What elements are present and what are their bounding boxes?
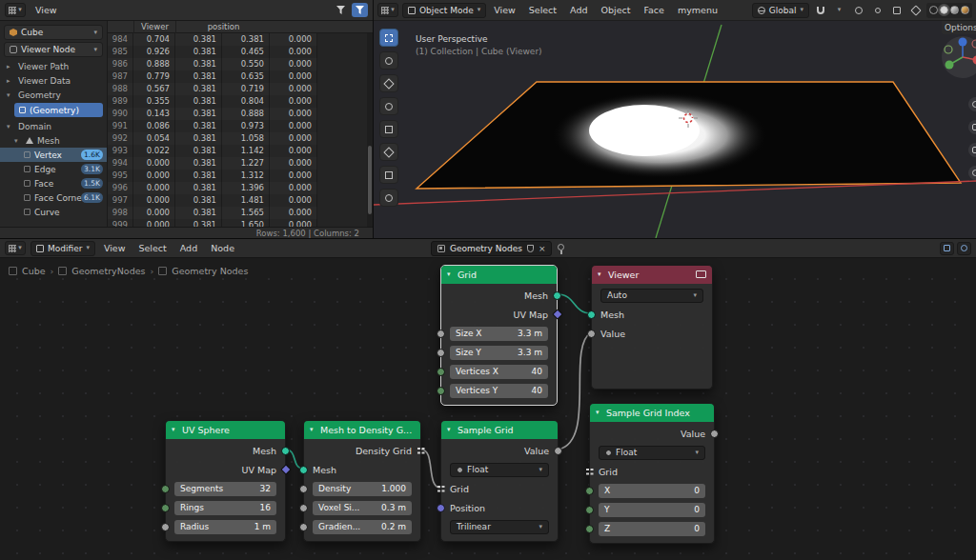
collapse-chevron-icon[interactable]: ▾ — [310, 421, 314, 439]
input-socket-int[interactable] — [437, 368, 445, 376]
menu-mymenu[interactable]: mymenu — [671, 5, 724, 15]
shading-material-icon[interactable] — [950, 6, 959, 14]
tool-move[interactable] — [379, 74, 398, 92]
tool-cursor[interactable] — [379, 51, 398, 70]
output-socket-grid[interactable] — [417, 447, 425, 455]
collapse-chevron-icon[interactable]: ▾ — [596, 404, 600, 422]
sidebar-item-viewer-path[interactable]: ▸Viewer Path — [0, 59, 107, 73]
transform-orientation-dropdown[interactable]: Global ▾ — [752, 3, 809, 18]
shading-wireframe-icon[interactable] — [929, 6, 938, 14]
input-socket-int[interactable] — [585, 487, 594, 495]
output-socket-float[interactable] — [710, 430, 719, 438]
sidebar-section-geometry[interactable]: ▾Geometry — [0, 88, 107, 102]
input-socket-int[interactable] — [161, 504, 170, 512]
input-socket-int[interactable] — [585, 506, 594, 514]
field-density[interactable]: Density1.000 — [313, 482, 412, 496]
breadcrumb-item-geometry-nodes[interactable]: Geometry Nodes — [172, 266, 248, 276]
xray-toggle-icon[interactable] — [907, 3, 924, 17]
pan-hand-icon[interactable] — [968, 120, 976, 134]
camera-view-icon[interactable] — [968, 143, 976, 157]
input-socket-float[interactable] — [437, 330, 445, 338]
proportional-edit-icon[interactable] — [850, 3, 866, 17]
field-rings[interactable]: Rings16 — [174, 501, 276, 515]
zoom-icon[interactable] — [968, 97, 976, 111]
context-selector-dropdown[interactable]: Modifier ▾ — [30, 241, 95, 256]
unlink-icon[interactable]: × — [539, 245, 546, 253]
output-socket-geometry[interactable] — [553, 291, 561, 300]
table-row[interactable]: 9940.0000.3811.2270.000 — [108, 157, 317, 170]
table-row[interactable]: 9870.7790.3810.6350.000 — [108, 70, 317, 83]
domain-row-face-corner[interactable]: Face Corner6.1K — [0, 190, 107, 205]
domain-row-vertex[interactable]: Vertex1.6K — [0, 148, 107, 162]
options-dropdown[interactable]: Options ▾ — [942, 21, 976, 34]
input-socket-float[interactable] — [437, 349, 445, 357]
scrollbar-thumb[interactable] — [368, 146, 372, 214]
input-socket-int[interactable] — [585, 525, 594, 533]
input-socket-int[interactable] — [161, 485, 170, 493]
table-row[interactable]: 9890.3550.3810.8040.000 — [108, 95, 317, 108]
toggle-perspective-icon[interactable] — [968, 166, 976, 180]
node-tree-selector[interactable]: Geometry Nodes × — [431, 241, 552, 256]
collapse-chevron-icon[interactable]: ▾ — [598, 266, 601, 284]
collapse-chevron-icon[interactable]: ▾ — [447, 266, 451, 284]
snap-magnet-icon[interactable] — [812, 3, 828, 17]
node-sample-grid-index[interactable]: ▾Sample Grid IndexValueFloat▾GridX0Y0Z0 — [589, 403, 715, 544]
tool-rotate[interactable] — [379, 97, 398, 115]
object-selector[interactable]: Cube ▾ — [4, 25, 103, 40]
table-row[interactable]: 9850.9260.3810.4650.000 — [108, 46, 317, 58]
viewer-node-selector[interactable]: Viewer Node ▾ — [4, 42, 103, 57]
field-size-x[interactable]: Size X3.3 m — [450, 327, 548, 341]
output-socket-vector[interactable] — [552, 309, 562, 319]
breadcrumb-item-cube[interactable]: Cube — [22, 266, 46, 276]
table-row[interactable]: 9930.0220.3811.1420.000 — [108, 145, 317, 157]
table-row[interactable]: 9920.0540.3811.0580.000 — [108, 132, 317, 145]
field-gradien[interactable]: Gradien...0.2 m — [313, 520, 412, 534]
node-header-viewer[interactable]: ▾Viewer — [592, 266, 712, 284]
editor-type-icon[interactable]: ▾ — [377, 3, 398, 17]
output-socket-float[interactable] — [554, 447, 562, 455]
menu-face[interactable]: Face — [637, 5, 670, 15]
field-radius[interactable]: Radius1 m — [174, 520, 276, 534]
input-socket-float[interactable] — [299, 485, 308, 493]
menu-add[interactable]: Add — [173, 243, 204, 253]
table-row[interactable]: 9840.7040.3810.3810.000 — [108, 33, 317, 46]
field-segments[interactable]: Segments32 — [174, 482, 276, 496]
tool-annotate[interactable] — [379, 166, 398, 184]
sidebar-item-mesh[interactable]: ▾Mesh — [0, 133, 107, 148]
input-socket-geometry[interactable] — [299, 466, 308, 474]
tool-measure[interactable] — [379, 189, 398, 207]
input-socket-vector[interactable] — [437, 504, 445, 512]
input-socket-float[interactable] — [587, 330, 596, 338]
input-socket-grid[interactable] — [585, 468, 594, 476]
navigation-gizmo[interactable] — [936, 30, 976, 86]
node-header-uv-sphere[interactable]: ▾UV Sphere — [166, 421, 285, 439]
node-viewer[interactable]: ▾ViewerAuto▾MeshValue — [591, 265, 713, 390]
table-row[interactable]: 9860.8880.3810.5500.000 — [108, 58, 317, 70]
field-x[interactable]: X0 — [599, 484, 705, 498]
node-grid[interactable]: ▾GridMeshUV MapSize X3.3 mSize Y3.3 mVer… — [440, 265, 558, 406]
collapse-chevron-icon[interactable]: ▾ — [172, 421, 175, 439]
domain-row-face[interactable]: Face1.5K — [0, 176, 107, 190]
tool-transform[interactable] — [379, 143, 398, 161]
node-mesh-to-density[interactable]: ▾Mesh to Density G...Density GridMeshDen… — [303, 420, 421, 542]
menu-view[interactable]: View — [29, 5, 64, 15]
dropdown-float[interactable]: Float▾ — [450, 463, 549, 477]
node-uv-sphere[interactable]: ▾UV SphereMeshUV MapSegments32Rings16Rad… — [165, 420, 286, 542]
menu-select[interactable]: Select — [522, 5, 563, 15]
node-header-sample-grid-index[interactable]: ▾Sample Grid Index — [590, 404, 714, 422]
table-row[interactable]: 9970.0000.3811.4810.000 — [108, 194, 317, 207]
overlay-node-icon[interactable] — [957, 242, 971, 255]
menu-view[interactable]: View — [487, 5, 522, 15]
input-socket-geometry[interactable] — [587, 310, 596, 319]
field-size-y[interactable]: Size Y3.3 m — [450, 346, 548, 360]
output-socket-vector[interactable] — [280, 464, 291, 474]
node-canvas[interactable]: Cube›GeometryNodes›Geometry Nodes ▾GridM… — [0, 258, 976, 560]
viewport-3d[interactable]: ▾ Object Mode ▾ ViewSelectAddObjectFacem… — [374, 0, 976, 238]
menu-add[interactable]: Add — [563, 5, 594, 15]
node-header-grid[interactable]: ▾Grid — [441, 266, 557, 284]
table-row[interactable]: 9960.0000.3811.3960.000 — [108, 182, 317, 194]
node-header-sample-grid[interactable]: ▾Sample Grid — [441, 421, 558, 439]
dropdown-trilinear[interactable]: Trilinear▾ — [450, 520, 549, 534]
menu-view[interactable]: View — [97, 243, 132, 253]
table-row[interactable]: 9980.0000.3811.5650.000 — [108, 207, 317, 219]
